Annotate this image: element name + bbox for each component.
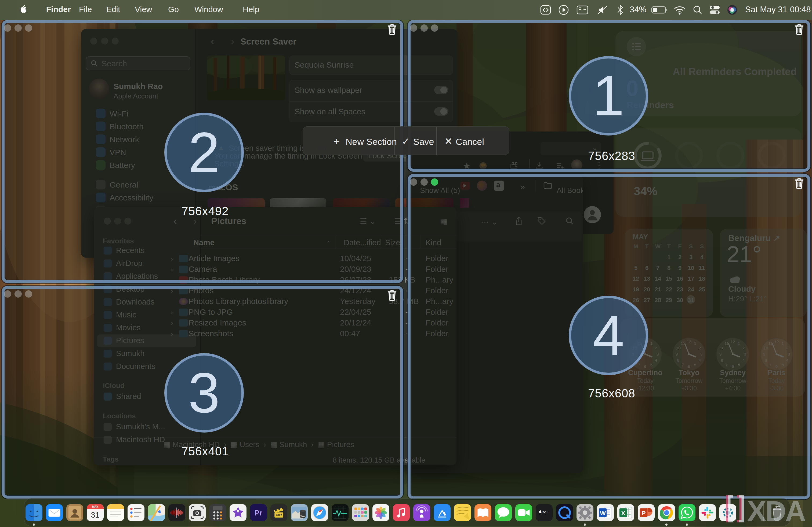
svg-text:P: P: [641, 510, 646, 516]
svg-text:31: 31: [91, 511, 99, 519]
svg-text:Pr: Pr: [255, 509, 262, 517]
svg-text:2022: 2022: [276, 514, 282, 517]
svg-text:W: W: [600, 510, 606, 516]
svg-text:+: +: [547, 510, 549, 514]
svg-text:MAY: MAY: [92, 505, 98, 508]
svg-text:XDA: XDA: [747, 495, 806, 525]
svg-text:X: X: [621, 510, 625, 516]
svg-text:tv: tv: [542, 510, 545, 514]
